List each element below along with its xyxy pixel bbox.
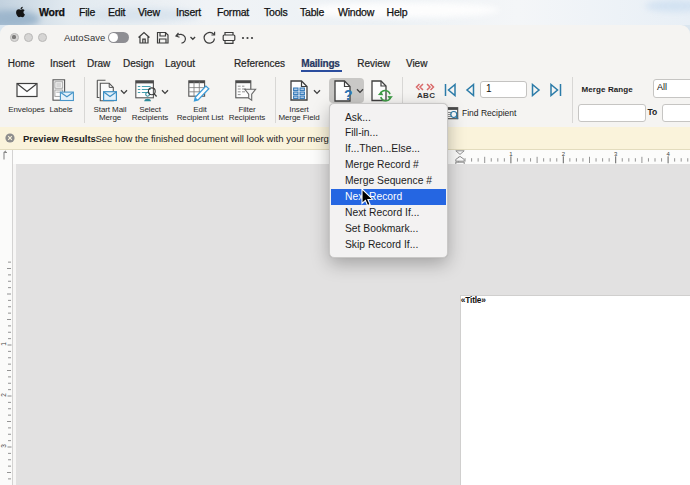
svg-text:1: 1	[509, 151, 513, 157]
svg-text:4: 4	[666, 151, 670, 157]
svg-text:3: 3	[614, 151, 618, 157]
svg-text:2: 2	[0, 393, 7, 397]
svg-text:3: 3	[0, 444, 7, 448]
svg-text:2: 2	[562, 151, 566, 157]
svg-text:1: 1	[0, 342, 7, 346]
